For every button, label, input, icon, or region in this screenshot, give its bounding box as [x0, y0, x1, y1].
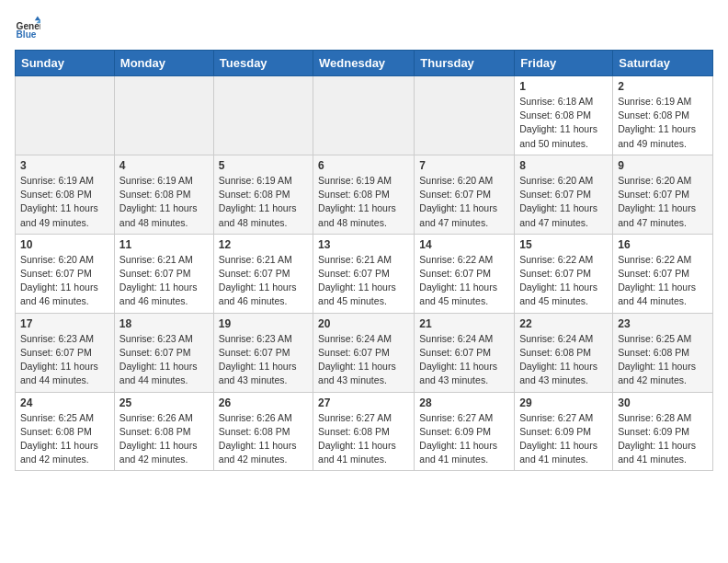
day-of-week-header: Tuesday — [213, 51, 313, 76]
day-number: 15 — [519, 238, 608, 251]
day-info: Sunrise: 6:20 AMSunset: 6:07 PMDaylight:… — [419, 174, 509, 230]
day-info: Sunrise: 6:27 AMSunset: 6:09 PMDaylight:… — [519, 411, 608, 467]
calendar-cell: 1Sunrise: 6:18 AMSunset: 6:08 PMDaylight… — [515, 76, 613, 155]
day-number: 14 — [419, 238, 509, 251]
day-info: Sunrise: 6:28 AMSunset: 6:09 PMDaylight:… — [618, 411, 708, 467]
day-number: 29 — [519, 396, 608, 409]
day-info: Sunrise: 6:24 AMSunset: 6:07 PMDaylight:… — [419, 332, 509, 388]
calendar-cell: 26Sunrise: 6:26 AMSunset: 6:08 PMDayligh… — [213, 392, 313, 471]
day-number: 25 — [119, 396, 209, 409]
day-of-week-header: Wednesday — [313, 51, 415, 76]
day-info: Sunrise: 6:23 AMSunset: 6:07 PMDaylight:… — [119, 332, 209, 388]
day-number: 9 — [618, 159, 708, 172]
day-number: 13 — [318, 238, 409, 251]
calendar-cell: 10Sunrise: 6:20 AMSunset: 6:07 PMDayligh… — [16, 234, 115, 313]
calendar-cell: 28Sunrise: 6:27 AMSunset: 6:09 PMDayligh… — [415, 392, 515, 471]
calendar-cell — [16, 76, 115, 155]
calendar-cell: 23Sunrise: 6:25 AMSunset: 6:08 PMDayligh… — [613, 313, 713, 392]
day-number: 11 — [119, 238, 209, 251]
calendar-cell: 14Sunrise: 6:22 AMSunset: 6:07 PMDayligh… — [415, 234, 515, 313]
calendar-cell: 2Sunrise: 6:19 AMSunset: 6:08 PMDaylight… — [613, 76, 713, 155]
day-info: Sunrise: 6:19 AMSunset: 6:08 PMDaylight:… — [219, 174, 308, 230]
day-info: Sunrise: 6:19 AMSunset: 6:08 PMDaylight:… — [618, 95, 708, 151]
day-number: 4 — [119, 159, 209, 172]
calendar-cell: 29Sunrise: 6:27 AMSunset: 6:09 PMDayligh… — [515, 392, 613, 471]
day-number: 26 — [219, 396, 308, 409]
day-info: Sunrise: 6:22 AMSunset: 6:07 PMDaylight:… — [419, 253, 509, 309]
page-header: General Blue — [15, 15, 713, 40]
day-number: 21 — [419, 317, 509, 330]
day-info: Sunrise: 6:21 AMSunset: 6:07 PMDaylight:… — [219, 253, 308, 309]
calendar-table: SundayMondayTuesdayWednesdayThursdayFrid… — [15, 50, 713, 471]
day-number: 2 — [618, 80, 708, 93]
day-of-week-header: Saturday — [613, 51, 713, 76]
day-number: 1 — [519, 80, 608, 93]
calendar-cell: 11Sunrise: 6:21 AMSunset: 6:07 PMDayligh… — [114, 234, 213, 313]
calendar-cell: 22Sunrise: 6:24 AMSunset: 6:08 PMDayligh… — [515, 313, 613, 392]
day-number: 6 — [318, 159, 409, 172]
day-number: 3 — [20, 159, 109, 172]
calendar-cell: 13Sunrise: 6:21 AMSunset: 6:07 PMDayligh… — [313, 234, 415, 313]
day-number: 23 — [618, 317, 708, 330]
day-info: Sunrise: 6:19 AMSunset: 6:08 PMDaylight:… — [119, 174, 209, 230]
calendar-cell: 27Sunrise: 6:27 AMSunset: 6:08 PMDayligh… — [313, 392, 415, 471]
calendar-cell: 24Sunrise: 6:25 AMSunset: 6:08 PMDayligh… — [16, 392, 115, 471]
day-number: 7 — [419, 159, 509, 172]
day-number: 17 — [20, 317, 109, 330]
day-info: Sunrise: 6:27 AMSunset: 6:09 PMDaylight:… — [419, 411, 509, 467]
day-info: Sunrise: 6:23 AMSunset: 6:07 PMDaylight:… — [20, 332, 109, 388]
day-of-week-header: Monday — [114, 51, 213, 76]
calendar-cell: 4Sunrise: 6:19 AMSunset: 6:08 PMDaylight… — [114, 155, 213, 234]
calendar-week-row: 3Sunrise: 6:19 AMSunset: 6:08 PMDaylight… — [16, 155, 713, 234]
day-info: Sunrise: 6:23 AMSunset: 6:07 PMDaylight:… — [219, 332, 308, 388]
calendar-cell — [213, 76, 313, 155]
calendar-cell: 17Sunrise: 6:23 AMSunset: 6:07 PMDayligh… — [16, 313, 115, 392]
calendar-cell: 15Sunrise: 6:22 AMSunset: 6:07 PMDayligh… — [515, 234, 613, 313]
calendar-cell: 3Sunrise: 6:19 AMSunset: 6:08 PMDaylight… — [16, 155, 115, 234]
calendar-cell: 25Sunrise: 6:26 AMSunset: 6:08 PMDayligh… — [114, 392, 213, 471]
day-number: 30 — [618, 396, 708, 409]
day-info: Sunrise: 6:20 AMSunset: 6:07 PMDaylight:… — [20, 253, 109, 309]
day-info: Sunrise: 6:22 AMSunset: 6:07 PMDaylight:… — [618, 253, 708, 309]
calendar-cell: 20Sunrise: 6:24 AMSunset: 6:07 PMDayligh… — [313, 313, 415, 392]
day-info: Sunrise: 6:20 AMSunset: 6:07 PMDaylight:… — [519, 174, 608, 230]
day-info: Sunrise: 6:19 AMSunset: 6:08 PMDaylight:… — [20, 174, 109, 230]
day-number: 22 — [519, 317, 608, 330]
calendar-cell: 19Sunrise: 6:23 AMSunset: 6:07 PMDayligh… — [213, 313, 313, 392]
calendar-cell: 7Sunrise: 6:20 AMSunset: 6:07 PMDaylight… — [415, 155, 515, 234]
day-number: 27 — [318, 396, 409, 409]
day-number: 19 — [219, 317, 308, 330]
calendar-cell: 9Sunrise: 6:20 AMSunset: 6:07 PMDaylight… — [613, 155, 713, 234]
day-of-week-header: Friday — [515, 51, 613, 76]
day-number: 24 — [20, 396, 109, 409]
calendar-cell: 12Sunrise: 6:21 AMSunset: 6:07 PMDayligh… — [213, 234, 313, 313]
day-info: Sunrise: 6:26 AMSunset: 6:08 PMDaylight:… — [219, 411, 308, 467]
day-info: Sunrise: 6:26 AMSunset: 6:08 PMDaylight:… — [119, 411, 209, 467]
day-info: Sunrise: 6:24 AMSunset: 6:08 PMDaylight:… — [519, 332, 608, 388]
day-number: 10 — [20, 238, 109, 251]
calendar-header-row: SundayMondayTuesdayWednesdayThursdayFrid… — [16, 51, 713, 76]
calendar-week-row: 24Sunrise: 6:25 AMSunset: 6:08 PMDayligh… — [16, 392, 713, 471]
calendar-cell: 21Sunrise: 6:24 AMSunset: 6:07 PMDayligh… — [415, 313, 515, 392]
day-of-week-header: Thursday — [415, 51, 515, 76]
day-info: Sunrise: 6:22 AMSunset: 6:07 PMDaylight:… — [519, 253, 608, 309]
day-number: 8 — [519, 159, 608, 172]
day-of-week-header: Sunday — [16, 51, 115, 76]
calendar-week-row: 10Sunrise: 6:20 AMSunset: 6:07 PMDayligh… — [16, 234, 713, 313]
day-number: 28 — [419, 396, 509, 409]
day-number: 5 — [219, 159, 308, 172]
day-info: Sunrise: 6:19 AMSunset: 6:08 PMDaylight:… — [318, 174, 409, 230]
calendar-cell — [415, 76, 515, 155]
day-info: Sunrise: 6:18 AMSunset: 6:08 PMDaylight:… — [519, 95, 608, 151]
calendar-cell: 5Sunrise: 6:19 AMSunset: 6:08 PMDaylight… — [213, 155, 313, 234]
day-info: Sunrise: 6:24 AMSunset: 6:07 PMDaylight:… — [318, 332, 409, 388]
day-info: Sunrise: 6:25 AMSunset: 6:08 PMDaylight:… — [20, 411, 109, 467]
calendar-cell — [114, 76, 213, 155]
calendar-week-row: 17Sunrise: 6:23 AMSunset: 6:07 PMDayligh… — [16, 313, 713, 392]
calendar-week-row: 1Sunrise: 6:18 AMSunset: 6:08 PMDaylight… — [16, 76, 713, 155]
calendar-cell: 18Sunrise: 6:23 AMSunset: 6:07 PMDayligh… — [114, 313, 213, 392]
day-number: 12 — [219, 238, 308, 251]
day-info: Sunrise: 6:20 AMSunset: 6:07 PMDaylight:… — [618, 174, 708, 230]
day-info: Sunrise: 6:27 AMSunset: 6:08 PMDaylight:… — [318, 411, 409, 467]
logo-icon: General Blue — [15, 15, 40, 40]
